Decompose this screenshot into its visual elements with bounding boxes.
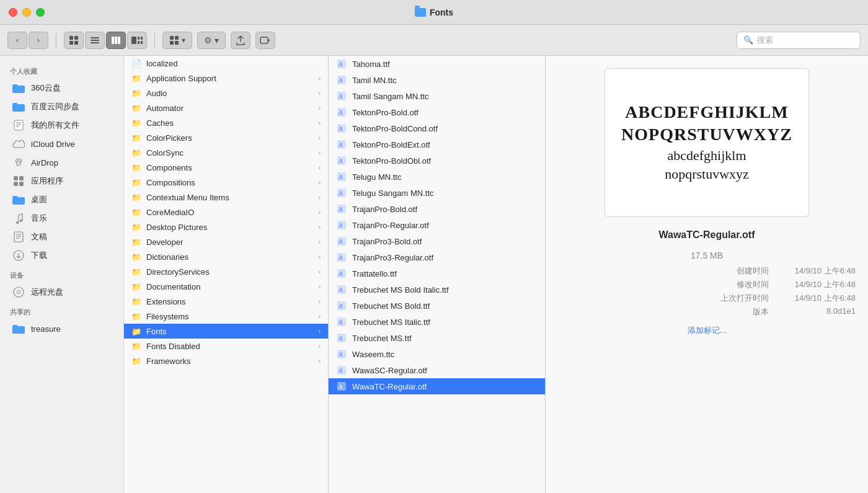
view-list-button[interactable] (85, 32, 105, 49)
separator-2 (154, 33, 155, 48)
folder-icon: 📁 (131, 89, 141, 98)
column-item-coremedia[interactable]: 📁 CoreMediaIO › (124, 205, 328, 220)
view-gallery-button[interactable] (127, 32, 147, 49)
column-item-desktop-pictures[interactable]: 📁 Desktop Pictures › (124, 220, 328, 234)
column-item-compositions[interactable]: 📁 Compositions › (124, 175, 328, 190)
font-label: TektonPro-BoldCond.otf (352, 124, 438, 133)
sidebar-item-music[interactable]: 音乐 (2, 209, 121, 228)
font-item-tekton-bold[interactable]: A TektonPro-Bold.otf (329, 104, 545, 120)
search-box[interactable]: 🔍 搜索 (737, 32, 861, 49)
font-item-tekton-boldobl[interactable]: A TektonPro-BoldObl.otf (329, 153, 545, 169)
svg-rect-23 (14, 176, 18, 180)
sidebar-baidu-label: 百度云同步盘 (31, 101, 79, 112)
column-item-developer[interactable]: 📁 Developer › (124, 234, 328, 249)
chevron-right-icon: › (319, 164, 321, 171)
view-columns-button[interactable] (106, 32, 126, 49)
maximize-button[interactable] (36, 8, 45, 17)
preview-lowercase: abcdefghijklm (667, 146, 746, 166)
back-button[interactable]: ‹ (7, 32, 27, 49)
column-item-extensions[interactable]: 📁 Extensions › (124, 294, 328, 309)
font-selected-label: WawaTC-Regular.otf (352, 382, 427, 391)
font-item-tekton-boldcond[interactable]: A TektonPro-BoldCond.otf (329, 120, 545, 136)
font-item-trattatello[interactable]: A Trattatello.ttf (329, 265, 545, 282)
font-item-tamil-mn[interactable]: A Tamil MN.ttc (329, 72, 545, 88)
font-item-trebuchet-bold-italic[interactable]: A Trebuchet MS Bold Italic.ttf (329, 282, 545, 298)
sidebar-item-optical[interactable]: 远程光盘 (2, 283, 121, 301)
minimize-button[interactable] (22, 8, 31, 17)
preview-lowercase2: nopqrstuvwxyz (665, 165, 749, 184)
file-browser: 📄 localized 📁 Application Support › 📁 Au… (124, 56, 868, 493)
column-item-contextual[interactable]: 📁 Contextual Menu Items › (124, 190, 328, 205)
folder-360-icon (12, 82, 25, 94)
sidebar-item-allfiles[interactable]: 我的所有文件 (2, 116, 121, 135)
font-item-trajan-bold[interactable]: A TrajanPro-Bold.otf (329, 201, 545, 217)
group-button[interactable]: ▾ (162, 32, 192, 49)
column-item-components[interactable]: 📁 Components › (124, 160, 328, 175)
column-item-automator[interactable]: 📁 Automator › (124, 100, 328, 115)
column-item-appsupport[interactable]: 📁 Application Support › (124, 71, 328, 86)
column-item-fonts-disabled[interactable]: 📁 Fonts Disabled › (124, 339, 328, 353)
column-item-caches[interactable]: 📁 Caches › (124, 115, 328, 130)
add-tag-link[interactable]: 添加标记... (688, 325, 727, 336)
view-icon-button[interactable] (64, 32, 84, 49)
close-button[interactable] (9, 8, 17, 17)
font-item-telugu-sangam[interactable]: A Telugu Sangam MN.ttc (329, 185, 545, 201)
font-item-wawaTC[interactable]: A WawaTC-Regular.otf (329, 378, 545, 394)
svg-rect-25 (14, 182, 18, 186)
svg-point-30 (17, 291, 20, 294)
sidebar-docs-label: 文稿 (31, 231, 47, 242)
window-title: Fonts (415, 7, 453, 17)
downloads-icon (12, 249, 25, 262)
sidebar-item-airdrop[interactable]: AirDrop (2, 153, 121, 172)
tag-button[interactable] (255, 32, 275, 49)
font-item-trebuchet-bold[interactable]: A Trebuchet MS Bold.ttf (329, 298, 545, 314)
font-item-wawasc[interactable]: A WawaSC-Regular.otf (329, 362, 545, 378)
font-item-trajan-regular[interactable]: A TrajanPro-Regular.otf (329, 217, 545, 233)
sidebar-item-icloud[interactable]: iCloud Drive (2, 135, 121, 153)
sidebar-item-apps[interactable]: 应用程序 (2, 172, 121, 190)
font-item-trajan3-regular[interactable]: A TrajanPro3-Regular.otf (329, 249, 545, 265)
window-title-text: Fonts (430, 7, 453, 17)
sidebar-item-360yunpan[interactable]: 360云盘 (2, 79, 121, 97)
chevron-right-icon: › (319, 269, 321, 275)
chevron-right-icon: › (319, 254, 321, 260)
font-item-waseem[interactable]: A Waseem.ttc (329, 346, 545, 362)
column-item-frameworks[interactable]: 📁 Frameworks › (124, 353, 328, 368)
font-label: Telugu Sangam MN.ttc (352, 189, 434, 198)
column-item-audio[interactable]: 📁 Audio › (124, 86, 328, 100)
font-item-tahoma[interactable]: A Tahoma.ttf (329, 56, 545, 72)
column-item-fonts[interactable]: 📁 Fonts › (124, 324, 328, 339)
font-item-trebuchet-italic[interactable]: A Trebuchet MS Italic.ttf (329, 314, 545, 330)
sidebar-item-desktop[interactable]: 桌面 (2, 190, 121, 209)
sidebar-item-downloads[interactable]: 下载 (2, 246, 121, 265)
share-button[interactable] (231, 32, 250, 49)
svg-text:A: A (338, 125, 343, 132)
sidebar-item-treasure[interactable]: treasure (2, 319, 121, 338)
back-icon: ‹ (16, 35, 19, 45)
settings-button[interactable]: ⚙ ▾ (197, 32, 226, 49)
folder-icon: 📁 (131, 118, 141, 128)
column-item-directoryservices[interactable]: 📁 DirectoryServices › (124, 264, 328, 279)
svg-text:A: A (338, 254, 343, 261)
font-label: TektonPro-Bold.otf (352, 108, 418, 117)
sidebar-item-baiduyun[interactable]: 百度云同步盘 (2, 97, 121, 116)
svg-rect-8 (115, 37, 117, 44)
column-item-localized[interactable]: 📄 localized (124, 56, 328, 71)
column-item-colorpickers[interactable]: 📁 ColorPickers › (124, 130, 328, 145)
column-item-filesystems[interactable]: 📁 Filesystems › (124, 309, 328, 324)
font-item-trajan3-bold[interactable]: A TrajanPro3-Bold.otf (329, 233, 545, 249)
folder-icon: 📁 (131, 178, 141, 187)
svg-text:A: A (338, 141, 343, 148)
font-item-tamil-sangam[interactable]: A Tamil Sangam MN.ttc (329, 88, 545, 104)
font-item-tekton-boldext[interactable]: A TektonPro-BoldExt.otf (329, 136, 545, 153)
font-label: Trebuchet MS.ttf (352, 334, 412, 343)
column-item-documentation[interactable]: 📁 Documentation › (124, 279, 328, 294)
grid-icon (69, 35, 79, 45)
forward-button[interactable]: › (29, 32, 48, 49)
column-item-dictionaries[interactable]: 📁 Dictionaries › (124, 249, 328, 264)
sidebar-item-docs[interactable]: 文稿 (2, 228, 121, 246)
personal-section-header: 个人收藏 (0, 61, 123, 79)
column-item-colorsync[interactable]: 📁 ColorSync › (124, 145, 328, 160)
font-item-telugu-mn[interactable]: A Telugu MN.ttc (329, 169, 545, 185)
font-item-trebuchet[interactable]: A Trebuchet MS.ttf (329, 330, 545, 346)
